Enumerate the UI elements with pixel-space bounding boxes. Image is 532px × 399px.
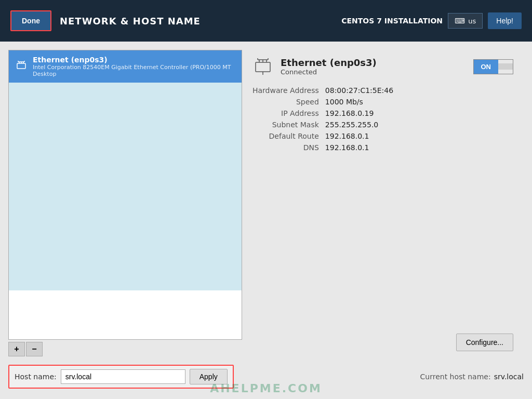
list-item[interactable]: Ethernet (enp0s3) Intel Corporation 8254…: [9, 50, 242, 83]
remove-network-button[interactable]: −: [26, 342, 43, 356]
toggle-on-button[interactable]: ON: [474, 60, 499, 74]
header-right: CENTOS 7 INSTALLATION ⌨ us Help!: [341, 12, 522, 29]
subnet-mask-value: 255.255.255.0: [325, 121, 513, 129]
speed-value: 1000 Mb/s: [325, 98, 513, 106]
current-hostname-label: Current host name:: [420, 373, 491, 381]
svg-rect-7: [256, 62, 270, 72]
current-hostname-value: srv.local: [494, 373, 524, 381]
network-item-text: Ethernet (enp0s3) Intel Corporation 8254…: [33, 56, 235, 77]
hardware-address-value: 08:00:27:C1:5E:46: [325, 86, 513, 95]
svg-rect-0: [17, 63, 25, 69]
network-item-desc: Intel Corporation 82540EM Gigabit Ethern…: [33, 64, 235, 77]
network-list-panel: Ethernet (enp0s3) Intel Corporation 8254…: [8, 50, 242, 356]
device-name: Ethernet (enp0s3): [281, 57, 377, 68]
done-button[interactable]: Done: [10, 10, 51, 31]
dns-label: DNS: [252, 143, 319, 152]
page-title: NETWORK & HOST NAME: [60, 16, 201, 26]
header: Done NETWORK & HOST NAME CENTOS 7 INSTAL…: [0, 0, 532, 42]
hostname-input[interactable]: [61, 369, 185, 384]
hostname-bar: Host name: Apply Current host name: srv.…: [8, 363, 524, 391]
device-info: Ethernet (enp0s3) Connected: [281, 57, 377, 76]
configure-button[interactable]: Configure...: [456, 334, 513, 351]
toggle-switch[interactable]: ON: [473, 59, 514, 74]
help-button[interactable]: Help!: [488, 12, 522, 29]
dns-value: 192.168.0.1: [325, 143, 513, 152]
device-header-left: Ethernet (enp0s3) Connected: [252, 55, 377, 78]
keyboard-layout-indicator[interactable]: ⌨ us: [448, 13, 483, 29]
keyboard-icon: ⌨: [455, 17, 465, 25]
device-status: Connected: [281, 68, 377, 76]
hostname-left: Host name: Apply: [8, 365, 234, 389]
header-left: Done NETWORK & HOST NAME: [10, 10, 201, 31]
apply-button[interactable]: Apply: [190, 369, 228, 384]
speed-label: Speed: [252, 98, 319, 106]
subnet-mask-label: Subnet Mask: [252, 121, 319, 129]
keyboard-layout-value: us: [468, 17, 476, 25]
centos-installation-label: CENTOS 7 INSTALLATION: [341, 17, 443, 25]
current-hostname: Current host name: srv.local: [420, 373, 524, 381]
ethernet-icon: [15, 59, 28, 74]
network-list-empty-area: [9, 83, 242, 290]
list-controls: + −: [8, 342, 242, 356]
detail-table: Hardware Address 08:00:27:C1:5E:46 Speed…: [252, 86, 513, 152]
default-route-label: Default Route: [252, 132, 319, 140]
hostname-label: Host name:: [15, 373, 57, 381]
toggle-off-button[interactable]: [498, 63, 513, 70]
device-ethernet-icon: [252, 55, 273, 78]
add-network-button[interactable]: +: [8, 342, 25, 356]
network-item-name: Ethernet (enp0s3): [33, 56, 235, 64]
default-route-value: 192.168.0.1: [325, 132, 513, 140]
hardware-address-label: Hardware Address: [252, 86, 319, 95]
ip-address-label: IP Address: [252, 109, 319, 117]
device-header: Ethernet (enp0s3) Connected ON: [252, 55, 513, 78]
main-content: Ethernet (enp0s3) Intel Corporation 8254…: [0, 42, 532, 399]
ip-address-value: 192.168.0.19: [325, 109, 513, 117]
network-list: Ethernet (enp0s3) Intel Corporation 8254…: [8, 50, 242, 340]
network-details-panel: Ethernet (enp0s3) Connected ON Hardware …: [242, 50, 524, 356]
main-panel: Ethernet (enp0s3) Intel Corporation 8254…: [8, 50, 524, 356]
